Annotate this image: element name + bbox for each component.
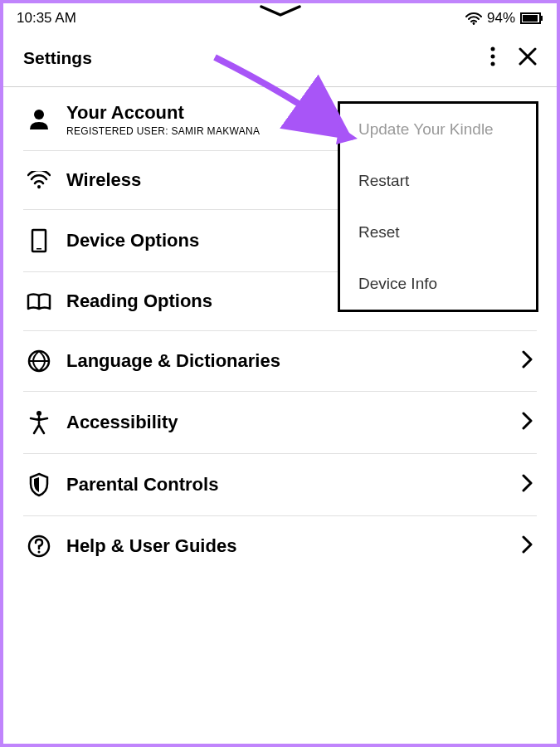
svg-point-4 (491, 47, 495, 51)
setting-label: Parental Controls (66, 474, 507, 496)
device-icon (27, 228, 51, 253)
book-icon (27, 292, 51, 310)
svg-point-0 (472, 22, 475, 25)
popup-restart[interactable]: Restart (340, 155, 536, 207)
setting-label: Language & Dictionaries (66, 350, 507, 372)
close-icon[interactable] (519, 47, 537, 69)
setting-parental-controls[interactable]: Parental Controls (23, 454, 537, 516)
popup-update-kindle: Update Your Kindle (340, 104, 536, 155)
svg-point-8 (37, 185, 41, 188)
setting-accessibility[interactable]: Accessibility (23, 392, 537, 454)
wifi-icon (27, 171, 51, 189)
svg-rect-3 (541, 16, 543, 21)
battery-icon (520, 12, 543, 25)
popup-device-info[interactable]: Device Info (340, 258, 536, 310)
chevron-right-icon (522, 474, 533, 496)
setting-label: Accessibility (66, 412, 507, 433)
chevron-right-icon (522, 535, 533, 557)
popup-reset[interactable]: Reset (340, 207, 536, 258)
settings-header: Settings (3, 33, 557, 87)
svg-point-7 (34, 110, 44, 120)
svg-point-12 (37, 411, 41, 416)
wifi-status-icon (465, 12, 482, 25)
svg-point-5 (491, 55, 495, 59)
help-icon (27, 535, 51, 558)
chevron-right-icon (522, 350, 533, 372)
status-time: 10:35 AM (17, 10, 76, 27)
svg-rect-2 (523, 15, 538, 22)
options-popup-menu: Update Your Kindle Restart Reset Device … (338, 101, 538, 312)
setting-label: Help & User Guides (66, 535, 507, 557)
setting-help-guides[interactable]: Help & User Guides (23, 516, 537, 576)
svg-rect-10 (37, 248, 41, 250)
more-options-icon[interactable] (490, 46, 495, 70)
svg-point-14 (38, 551, 41, 554)
accessibility-icon (27, 410, 51, 435)
svg-point-6 (491, 62, 495, 66)
page-title: Settings (23, 48, 92, 68)
drag-handle-icon (258, 5, 303, 22)
battery-percent: 94% (487, 10, 515, 27)
globe-icon (27, 349, 51, 373)
setting-language-dictionaries[interactable]: Language & Dictionaries (23, 331, 537, 392)
user-icon (27, 108, 51, 131)
shield-icon (27, 472, 51, 497)
chevron-right-icon (522, 412, 533, 433)
